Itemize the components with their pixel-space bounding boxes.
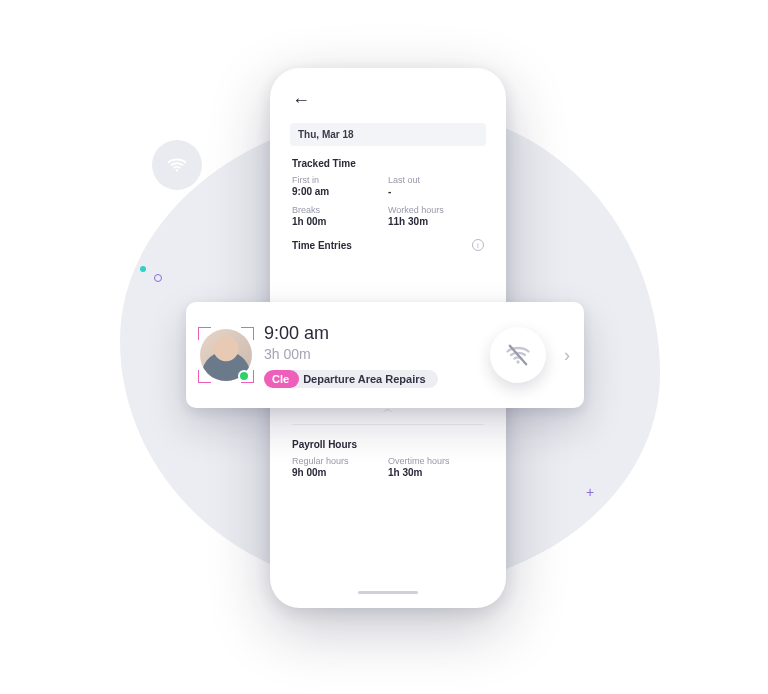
breaks-value: 1h 00m xyxy=(292,216,388,227)
last-out-value: - xyxy=(388,186,484,197)
job-chip[interactable]: Cle xyxy=(264,370,299,388)
svg-point-0 xyxy=(176,169,178,171)
decor-dot xyxy=(140,266,146,272)
entry-time: 9:00 am xyxy=(264,323,478,344)
task-chip[interactable]: Departure Area Repairs xyxy=(285,370,437,388)
first-in-value: 9:00 am xyxy=(292,186,388,197)
payroll-grid: Regular hours 9h 00m Overtime hours 1h 3… xyxy=(278,454,498,484)
regular-label: Regular hours xyxy=(292,456,388,466)
divider xyxy=(292,424,484,425)
worked-label: Worked hours xyxy=(388,205,484,215)
regular-hours-stat: Regular hours 9h 00m xyxy=(292,456,388,478)
worked-value: 11h 30m xyxy=(388,216,484,227)
last-out-label: Last out xyxy=(388,175,484,185)
svg-point-1 xyxy=(516,360,519,363)
breaks-label: Breaks xyxy=(292,205,388,215)
overtime-hours-stat: Overtime hours 1h 30m xyxy=(388,456,484,478)
entry-meta: 9:00 am 3h 00m Cle Departure Area Repair… xyxy=(264,323,478,388)
presence-indicator xyxy=(238,370,250,382)
offline-status-button[interactable] xyxy=(490,327,546,383)
home-indicator xyxy=(358,591,418,594)
date-bar: Thu, Mar 18 xyxy=(290,123,486,146)
decor-plus: + xyxy=(586,484,594,500)
wifi-icon xyxy=(166,154,188,176)
tracked-time-grid: First in 9:00 am Last out - Breaks 1h 00… xyxy=(278,173,498,233)
time-entries-title: Time Entries xyxy=(292,240,352,251)
first-in-stat: First in 9:00 am xyxy=(292,175,388,197)
decor-ring xyxy=(154,274,162,282)
overtime-value: 1h 30m xyxy=(388,467,484,478)
payroll-title: Payroll Hours xyxy=(278,435,498,454)
last-out-stat: Last out - xyxy=(388,175,484,197)
entry-duration: 3h 00m xyxy=(264,346,478,362)
worked-stat: Worked hours 11h 30m xyxy=(388,205,484,227)
first-in-label: First in xyxy=(292,175,388,185)
overtime-label: Overtime hours xyxy=(388,456,484,466)
regular-value: 9h 00m xyxy=(292,467,388,478)
back-button[interactable]: ← xyxy=(292,90,310,111)
wifi-off-icon xyxy=(504,341,532,369)
info-icon[interactable]: i xyxy=(472,239,484,251)
avatar-wrap xyxy=(200,329,252,381)
chevron-right-icon: › xyxy=(558,345,572,366)
tracked-time-title: Tracked Time xyxy=(278,154,498,173)
wifi-badge xyxy=(152,140,202,190)
entry-chips: Cle Departure Area Repairs xyxy=(264,370,478,388)
breaks-stat: Breaks 1h 00m xyxy=(292,205,388,227)
time-entry-card[interactable]: 9:00 am 3h 00m Cle Departure Area Repair… xyxy=(186,302,584,408)
